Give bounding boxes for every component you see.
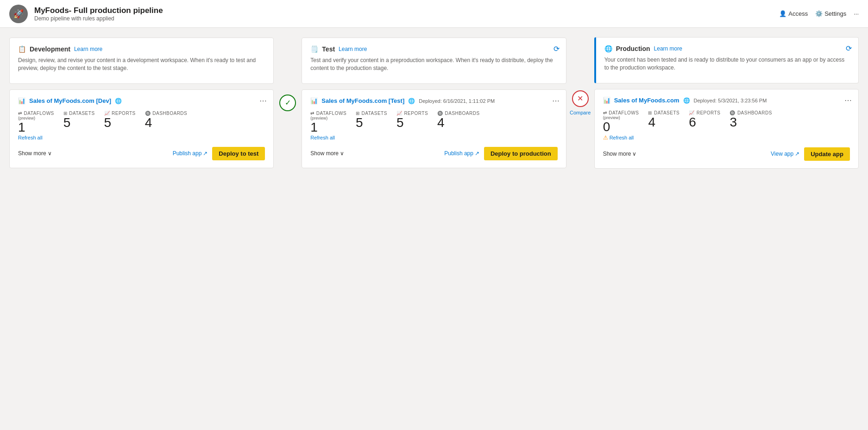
settings-button[interactable]: ⚙️ Settings <box>815 10 846 17</box>
test-header: 🗒️ Test Learn more <box>310 45 557 53</box>
connector-status-dev-test: ✓ <box>279 95 296 111</box>
access-button[interactable]: 👤 Access <box>779 10 808 17</box>
deploy-error-indicator: ✕ <box>572 90 589 107</box>
app-icon: 🚀 <box>9 5 28 23</box>
development-footer-actions: Publish app ↗ Deploy to test <box>173 147 265 160</box>
app-title-group: MyFoods- Full production pipeline Demo p… <box>34 6 163 22</box>
test-metrics-row: ⇄ DATAFLOWS (preview) 1 Refresh all ⊞ DA… <box>310 111 557 140</box>
production-desc: Your content has been tested and is read… <box>604 56 850 72</box>
test-workspace-card: 📊 Sales of MyFoods.com [Test] 🌐 Deployed… <box>302 89 566 168</box>
test-dataflows-value: 1 <box>310 120 318 135</box>
production-update-app-button[interactable]: Update app <box>804 147 850 161</box>
deploy-success-indicator: ✓ <box>279 95 296 111</box>
app-title: MyFoods- Full production pipeline <box>34 6 163 15</box>
dataflows-icon: ⇄ <box>18 111 22 116</box>
development-network-icon: 🌐 <box>115 98 122 104</box>
production-refresh-all[interactable]: Refresh all <box>610 135 634 140</box>
production-title: Production <box>616 45 650 52</box>
top-bar-right: 👤 Access ⚙️ Settings ··· <box>779 10 859 17</box>
development-deploy-to-test-button[interactable]: Deploy to test <box>212 147 265 160</box>
test-workspace-header: 📊 Sales of MyFoods.com [Test] 🌐 Deployed… <box>310 97 557 104</box>
development-reports-value: 5 <box>104 116 112 130</box>
test-more-menu[interactable]: ⋯ <box>552 96 560 105</box>
test-external-link-icon: ↗ <box>475 150 479 157</box>
top-bar-left: 🚀 MyFoods- Full production pipeline Demo… <box>9 5 163 23</box>
production-workspace-footer: Show more ∨ View app ↗ Update app <box>603 147 850 161</box>
test-deployed-info: Deployed: 6/16/2021, 1:11:02 PM <box>419 98 495 104</box>
development-title: Development <box>30 45 70 53</box>
development-refresh-all[interactable]: Refresh all <box>18 135 43 140</box>
external-link-icon: ↗ <box>203 150 208 157</box>
test-desc: Test and verify your content in a prepro… <box>310 57 557 72</box>
production-more-menu[interactable]: ⋯ <box>844 96 852 105</box>
production-refresh-warning: ⚠ Refresh all <box>603 134 634 141</box>
development-more-menu[interactable]: ⋯ <box>259 96 267 105</box>
connector-test-to-production: ✕ Compare <box>566 37 594 169</box>
development-dashboards-value: 4 <box>145 116 152 130</box>
development-learn-more[interactable]: Learn more <box>74 46 102 52</box>
production-refresh-icon[interactable]: ⟳ <box>846 44 852 53</box>
production-network-icon: 🌐 <box>683 97 690 104</box>
connector-dev-to-test: ✓ <box>274 37 302 169</box>
stage-development-container: 📋 Development Learn more Design, review,… <box>9 38 274 168</box>
test-workspace-title[interactable]: Sales of MyFoods.com [Test] <box>321 97 404 104</box>
compare-link[interactable]: Compare <box>570 110 591 115</box>
development-info-card: 📋 Development Learn more Design, review,… <box>9 38 274 84</box>
production-dataflows-metric: ⇄ DATAFLOWS (preview) 0 ⚠ Refresh all <box>603 110 639 141</box>
test-dataflows-metric: ⇄ DATAFLOWS (preview) 1 Refresh all <box>310 111 346 140</box>
development-stage-icon: 📋 <box>18 45 26 53</box>
production-stage-icon: 🌐 <box>604 45 612 52</box>
connector-status-test-production: ✕ Compare <box>570 90 591 115</box>
development-dataflows-label: ⇄ DATAFLOWS <box>18 111 54 116</box>
development-datasets-metric: ⊞ DATASETS 5 <box>63 111 95 130</box>
test-refresh-all[interactable]: Refresh all <box>310 135 335 140</box>
development-workspace-title[interactable]: Sales of MyFoods.com [Dev] <box>29 97 111 104</box>
production-workspace-card: 📊 Sales of MyFoods.com 🌐 Deployed: 5/3/2… <box>594 89 859 169</box>
development-dashboards-metric: 🔘 DASHBOARDS 4 <box>145 111 188 130</box>
test-publish-app-link[interactable]: Publish app ↗ <box>444 150 479 157</box>
development-metrics-row: ⇄ DATAFLOWS (preview) 1 Refresh all ⊞ DA… <box>18 111 265 140</box>
test-dataflows-label: ⇄ DATAFLOWS <box>310 111 346 116</box>
test-datasets-value: 5 <box>356 116 363 130</box>
development-workspace-card: 📊 Sales of MyFoods.com [Dev] 🌐 ⋯ ⇄ DATAF… <box>9 89 274 168</box>
development-header: 📋 Development Learn more <box>18 45 265 53</box>
main-content: 📋 Development Learn more Design, review,… <box>0 28 868 178</box>
test-network-icon: 🌐 <box>408 98 415 104</box>
development-workspace-icon: 📊 <box>18 97 25 104</box>
development-dataflows-metric: ⇄ DATAFLOWS (preview) 1 Refresh all <box>18 111 54 140</box>
production-learn-more[interactable]: Learn more <box>654 45 682 52</box>
development-workspace-header: 📊 Sales of MyFoods.com [Dev] 🌐 <box>18 97 265 104</box>
warning-icon: ⚠ <box>603 134 608 141</box>
stage-test-container: 🗒️ Test Learn more Test and verify your … <box>302 38 566 168</box>
test-reports-value: 5 <box>396 116 404 130</box>
production-footer-actions: View app ↗ Update app <box>771 147 850 161</box>
development-datasets-value: 5 <box>63 116 71 130</box>
test-reports-metric: 📈 REPORTS 5 <box>396 111 428 130</box>
production-show-more-button[interactable]: Show more ∨ <box>603 151 637 157</box>
test-show-more-button[interactable]: Show more ∨ <box>310 150 344 157</box>
production-header: 🌐 Production Learn more <box>604 45 850 52</box>
production-info-card: 🌐 Production Learn more Your content has… <box>594 37 859 83</box>
production-view-app-link[interactable]: View app ↗ <box>771 151 799 157</box>
test-stage-icon: 🗒️ <box>310 45 318 53</box>
test-info-card: 🗒️ Test Learn more Test and verify your … <box>302 38 566 84</box>
test-deploy-to-production-button[interactable]: Deploy to production <box>484 147 558 160</box>
test-learn-more[interactable]: Learn more <box>339 46 367 52</box>
chevron-down-icon: ∨ <box>48 150 52 157</box>
settings-label: Settings <box>824 10 846 17</box>
development-show-more-button[interactable]: Show more ∨ <box>18 150 52 157</box>
development-reports-metric: 📈 REPORTS 5 <box>104 111 136 130</box>
stage-development: 📋 Development Learn more Design, review,… <box>9 37 274 169</box>
production-chevron-down-icon: ∨ <box>632 151 636 157</box>
production-dataflows-label: ⇄ DATAFLOWS <box>603 110 639 115</box>
development-publish-app-link[interactable]: Publish app ↗ <box>173 150 208 157</box>
pipeline-row: 📋 Development Learn more Design, review,… <box>9 37 859 169</box>
production-metrics-row: ⇄ DATAFLOWS (preview) 0 ⚠ Refresh all <box>603 110 850 141</box>
production-workspace-title[interactable]: Sales of MyFoods.com <box>614 97 679 104</box>
production-reports-metric: 📈 REPORTS 6 <box>689 110 720 130</box>
more-button[interactable]: ··· <box>854 10 859 17</box>
test-dashboards-value: 4 <box>437 116 445 130</box>
test-refresh-icon[interactable]: ⟳ <box>554 44 560 53</box>
production-dashboards-metric: 🔘 DASHBOARDS 3 <box>730 110 772 130</box>
test-datasets-metric: ⊞ DATASETS 5 <box>356 111 387 130</box>
